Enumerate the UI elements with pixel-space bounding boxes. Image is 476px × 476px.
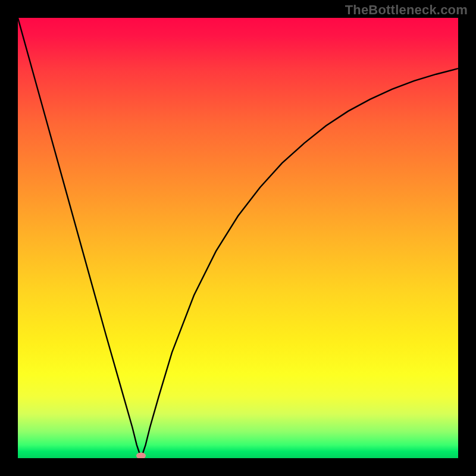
chart-container: TheBottleneck.com	[0, 0, 476, 476]
marker-dot	[136, 453, 146, 458]
curve-path	[18, 18, 458, 458]
curve-svg	[18, 18, 458, 458]
plot-area	[18, 18, 458, 458]
watermark-text: TheBottleneck.com	[345, 2, 468, 18]
